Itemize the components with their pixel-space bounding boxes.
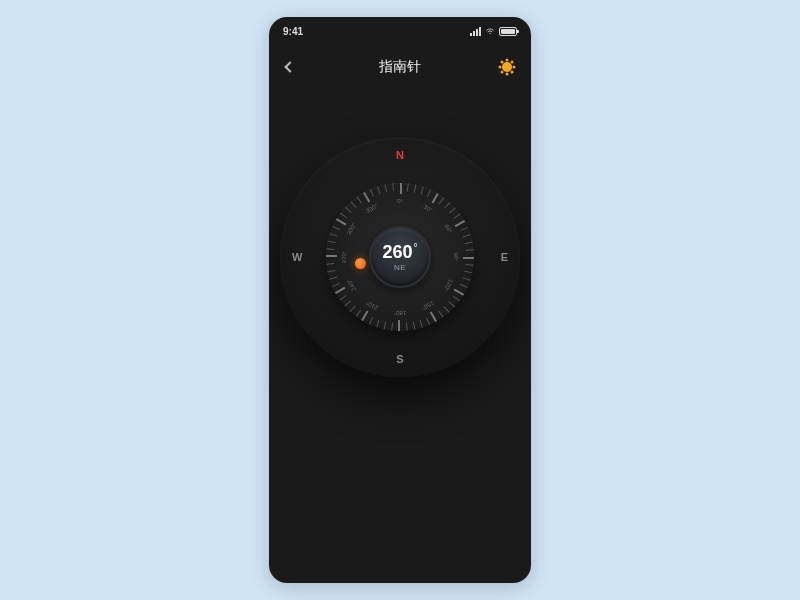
wifi-icon: [485, 27, 495, 35]
tick-mark: [336, 219, 346, 226]
tick-mark: [432, 193, 439, 203]
cellular-signal-icon: [470, 27, 481, 36]
tick-mark: [399, 320, 401, 331]
sun-icon: [502, 62, 512, 72]
degree-label: 90°: [453, 252, 459, 261]
compass-dial[interactable]: 0°30°60°90°120°150°180°210°240°270°300°3…: [326, 183, 474, 331]
tick-mark: [453, 214, 460, 220]
tick-mark: [443, 306, 449, 313]
degree-label: 150°: [421, 300, 435, 311]
tick-mark: [335, 287, 345, 294]
tick-mark: [460, 227, 468, 231]
tick-mark: [362, 311, 369, 321]
chevron-left-icon: [284, 61, 295, 72]
tick-mark: [328, 241, 336, 244]
tick-mark: [369, 317, 373, 325]
tick-mark: [466, 264, 474, 266]
tick-mark: [363, 192, 370, 202]
page-title: 指南针: [379, 58, 421, 76]
tick-mark: [430, 312, 437, 322]
tick-mark: [357, 197, 363, 204]
tick-mark: [370, 189, 374, 197]
tick-mark: [406, 323, 408, 331]
tick-mark: [376, 319, 379, 327]
degree-symbol: °: [414, 242, 418, 253]
degree-label: 210°: [365, 300, 379, 311]
tick-mark: [444, 202, 450, 209]
degree-label: 270°: [341, 251, 347, 263]
degree-label: 240°: [346, 278, 357, 292]
cardinal-south: S: [396, 353, 403, 365]
status-bar: 9:41: [269, 17, 531, 45]
tick-mark: [332, 283, 340, 287]
tick-mark: [391, 323, 393, 331]
tick-mark: [419, 320, 422, 328]
tick-mark: [414, 185, 417, 193]
degree-label: 300°: [346, 222, 357, 236]
back-button[interactable]: [279, 56, 301, 78]
tick-mark: [326, 248, 334, 250]
degree-label: 30°: [423, 204, 434, 214]
tick-mark: [449, 207, 456, 213]
status-indicators: [470, 27, 517, 36]
tick-mark: [420, 187, 423, 195]
tick-mark: [326, 263, 334, 265]
cardinal-north: N: [396, 149, 404, 161]
tick-mark: [455, 220, 465, 227]
tick-mark: [385, 184, 388, 192]
compass-hub: 260 ° NE: [369, 226, 431, 288]
heading-value: 260: [382, 243, 412, 261]
tick-mark: [340, 213, 347, 219]
tick-mark: [332, 226, 340, 230]
tick-mark: [330, 233, 338, 236]
nav-bar: 指南针: [269, 45, 531, 89]
tick-mark: [462, 277, 470, 280]
tick-mark: [464, 271, 472, 274]
tick-mark: [392, 183, 394, 191]
tick-mark: [326, 256, 337, 258]
degree-label: 180°: [394, 310, 406, 316]
tick-mark: [344, 300, 351, 306]
tick-mark: [345, 207, 352, 213]
degree-label: 330°: [365, 203, 379, 214]
tick-mark: [448, 301, 455, 307]
tick-mark: [377, 186, 380, 194]
tick-mark: [413, 322, 416, 330]
tick-mark: [438, 310, 444, 317]
tick-mark: [465, 242, 473, 245]
tick-mark: [427, 189, 431, 197]
tick-mark: [426, 317, 430, 325]
cardinal-east: E: [501, 251, 508, 263]
tick-mark: [356, 310, 362, 317]
compass-bevel: N E S W 0°30°60°90°120°150°180°210°240°2…: [280, 137, 520, 377]
theme-toggle-button[interactable]: [497, 57, 517, 77]
tick-mark: [453, 296, 460, 302]
degree-label: 120°: [443, 278, 454, 292]
tick-mark: [350, 201, 356, 208]
tick-mark: [350, 305, 356, 312]
tick-mark: [400, 183, 402, 194]
tick-mark: [340, 295, 347, 301]
tick-mark: [463, 257, 474, 259]
tick-mark: [454, 289, 464, 296]
tick-mark: [466, 249, 474, 251]
status-time: 9:41: [283, 26, 303, 37]
battery-icon: [499, 27, 517, 36]
degree-label: 60°: [444, 224, 454, 235]
cardinal-west: W: [292, 251, 302, 263]
tick-mark: [407, 183, 409, 191]
tick-mark: [327, 270, 335, 273]
phone-frame: 9:41 指南针 N E S W 0°30: [269, 17, 531, 583]
degree-label: 0°: [397, 198, 403, 204]
heading-readout: 260 °: [382, 243, 417, 261]
tick-mark: [460, 284, 468, 288]
heading-direction: NE: [394, 263, 406, 272]
tick-mark: [384, 321, 387, 329]
compass-area: N E S W 0°30°60°90°120°150°180°210°240°2…: [269, 137, 531, 377]
tick-mark: [439, 197, 445, 204]
tick-mark: [329, 276, 337, 279]
tick-mark: [463, 234, 471, 237]
